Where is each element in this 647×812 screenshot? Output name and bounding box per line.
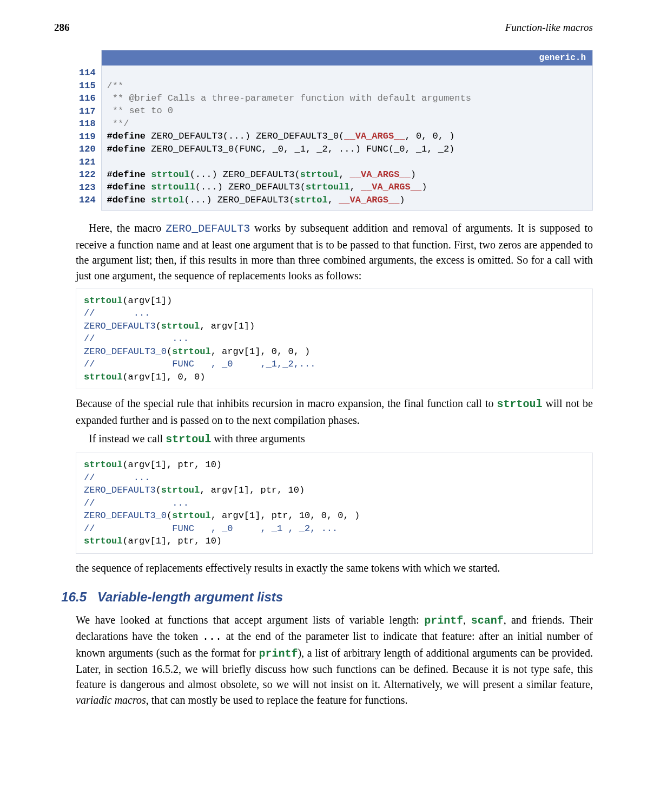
line-number: 116 (79, 92, 96, 104)
line-number: 120 (79, 143, 96, 155)
paragraph-2: Because of the special rule that inhibit… (76, 396, 593, 428)
section-heading: 16.5 Variable-length argument lists (54, 590, 593, 605)
code-body: generic.h /** ** @brief Calls a three-pa… (101, 50, 593, 211)
code-line: #define strtoul(...) ZERO_DEFAULT3(strto… (102, 168, 592, 181)
paragraph-5: We have looked at functions that accept … (76, 612, 593, 708)
line-number: 115 (79, 80, 96, 92)
line-number: 123 (79, 181, 96, 194)
code-block-expansion-1: strtoul(argv[1])// ...ZERO_DEFAULT3(strt… (76, 289, 593, 389)
code-line: #define strtol(...) ZERO_DEFAULT3(strtol… (102, 194, 592, 206)
line-number: 117 (79, 105, 96, 117)
code-inline-zero-default3: ZERO_DEFAULT3 (166, 222, 250, 235)
code-block-expansion-2: strtoul(argv[1], ptr, 10)// ...ZERO_DEFA… (76, 453, 593, 553)
code-line: strtoul(argv[1], ptr, 10) (84, 459, 585, 471)
line-number: 121 (79, 156, 96, 168)
code-line: ** @brief Calls a three-parameter functi… (102, 92, 592, 104)
paragraph-3: If instead we call strtoul with three ar… (76, 431, 593, 447)
text: with three arguments (211, 433, 305, 444)
page-number: 286 (54, 22, 70, 34)
text: , that can mostly be used to replace the… (146, 694, 408, 706)
code-line: ZERO_DEFAULT3(strtoul, argv[1]) (84, 320, 585, 332)
code-inline-scanf: scanf (471, 614, 504, 627)
page-header: 286 Function-like macros (54, 22, 593, 34)
text: If instead we call (89, 433, 166, 444)
code-line: // ... (84, 497, 585, 509)
code-line: strtoul(argv[1]) (84, 294, 585, 307)
paragraph-1: Here, the macro ZERO_DEFAULT3 works by s… (76, 220, 593, 283)
text: Here, the macro (89, 222, 166, 234)
section-number: 16.5 (54, 590, 87, 605)
code-line: // ... (84, 472, 585, 484)
text: Because of the special rule that inhibit… (76, 397, 497, 409)
line-number: 124 (79, 194, 96, 206)
line-number-gutter: 114115116117118119120121122123124 (76, 50, 101, 211)
code-line: #define strtoull(...) ZERO_DEFAULT3(strt… (102, 181, 592, 193)
running-title: Function-like macros (505, 22, 593, 34)
code-line: /** (102, 80, 592, 92)
code-line: // ... (84, 307, 585, 319)
page: 286 Function-like macros 114115116117118… (0, 0, 647, 743)
line-number: 119 (79, 130, 96, 143)
line-number: 114 (79, 67, 96, 79)
code-line: ZERO_DEFAULT3_0(strtoul, argv[1], ptr, 1… (84, 509, 585, 522)
code-listing-generic-h: 114115116117118119120121122123124 generi… (76, 50, 593, 211)
code-line (102, 66, 592, 79)
code-line: #define ZERO_DEFAULT3_0(FUNC, _0, _1, _2… (102, 143, 592, 155)
code-inline-strtoul: strtoul (497, 398, 542, 410)
code-line: strtoul(argv[1], ptr, 10) (84, 535, 585, 547)
code-line: // ... (84, 332, 585, 345)
code-ellipsis: ... (202, 631, 222, 643)
paragraph-4: the sequence of replacements effectively… (76, 560, 593, 575)
code-line: ** set to 0 (102, 104, 592, 117)
line-number: 122 (79, 168, 96, 181)
code-line: // FUNC , _0 ,_1,_2,... (84, 358, 585, 370)
text: We have looked at functions that accept … (76, 614, 424, 626)
code-inline-printf: printf (424, 614, 463, 627)
line-number: 118 (79, 117, 96, 130)
filename-bar: generic.h (102, 50, 592, 66)
code-line: // FUNC , _0 , _1 , _2, ... (84, 522, 585, 535)
code-line: ZERO_DEFAULT3_0(strtoul, argv[1], 0, 0, … (84, 345, 585, 358)
code-inline-printf: printf (259, 647, 298, 660)
code-line: **/ (102, 117, 592, 130)
section-title: Variable-length argument lists (97, 590, 283, 605)
code-inline-strtoul: strtoul (166, 433, 211, 446)
code-line: strtoul(argv[1], 0, 0) (84, 371, 585, 383)
text: , (463, 614, 471, 626)
code-line: ZERO_DEFAULT3(strtoul, argv[1], ptr, 10) (84, 484, 585, 496)
code-line: #define ZERO_DEFAULT3(...) ZERO_DEFAULT3… (102, 130, 592, 142)
code-line (102, 155, 592, 168)
emphasis-variadic-macros: variadic macros (76, 694, 146, 706)
